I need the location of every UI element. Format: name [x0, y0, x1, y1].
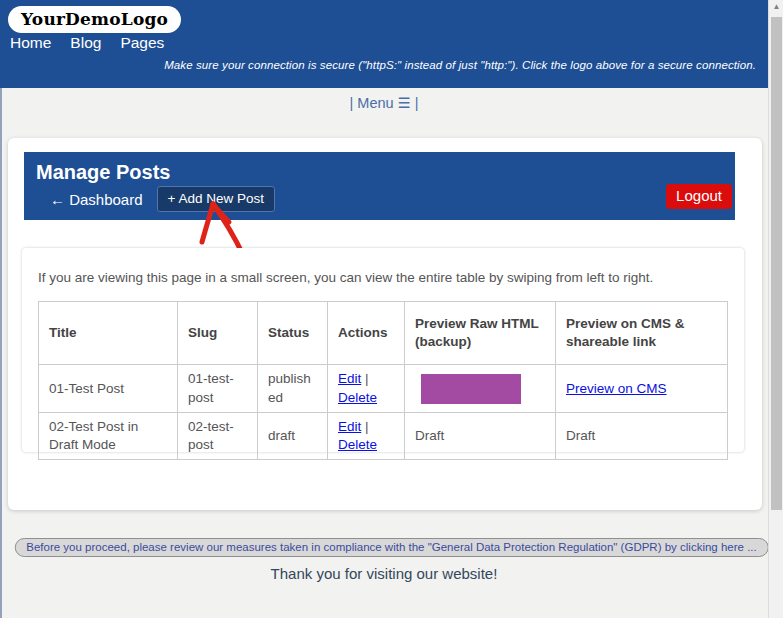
- preview-on-cms-link[interactable]: Preview on CMS: [566, 381, 667, 396]
- preview-cms-cell: Draft: [556, 412, 728, 459]
- posts-table: Title Slug Status Actions Preview Raw HT…: [38, 301, 728, 460]
- secure-connection-notice: Make sure your connection is secure ("ht…: [164, 59, 756, 71]
- site-header: YourDemoLogo Home Blog Pages Make sure y…: [0, 0, 768, 88]
- actions-separator: |: [365, 371, 369, 386]
- post-actions: Edit | Delete: [328, 365, 405, 412]
- col-header-status: Status: [258, 302, 328, 365]
- content-card: Manage Posts ← Dashboard + Add New Post …: [8, 138, 762, 510]
- site-logo[interactable]: YourDemoLogo: [8, 6, 181, 33]
- scroll-up-arrow-icon[interactable]: ▲: [769, 2, 783, 11]
- edit-link[interactable]: Edit: [338, 371, 361, 386]
- col-header-actions: Actions: [328, 302, 405, 365]
- nav-item-home[interactable]: Home: [10, 34, 51, 52]
- col-header-title: Title: [39, 302, 178, 365]
- table-row: 02-Test Post in Draft Mode 02-test-post …: [39, 412, 728, 459]
- delete-link[interactable]: Delete: [338, 437, 377, 452]
- post-title: 01-Test Post: [39, 365, 178, 412]
- window-edge: [0, 88, 2, 618]
- col-header-slug: Slug: [178, 302, 258, 365]
- page-title: Manage Posts: [36, 161, 735, 184]
- main-nav: Home Blog Pages: [10, 34, 164, 52]
- logout-button[interactable]: Logout: [666, 184, 732, 209]
- raw-html-preview-swatch[interactable]: [421, 374, 521, 404]
- swipe-hint-text: If you are viewing this page in a small …: [38, 270, 728, 285]
- nav-item-blog[interactable]: Blog: [70, 34, 101, 52]
- table-header-row: Title Slug Status Actions Preview Raw HT…: [39, 302, 728, 365]
- col-header-preview-raw: Preview Raw HTML (backup): [405, 302, 556, 365]
- actions-separator: |: [365, 419, 369, 434]
- posts-table-card: If you are viewing this page in a small …: [22, 248, 744, 452]
- scrollbar[interactable]: ▲: [768, 0, 783, 618]
- preview-cms-cell: Preview on CMS: [556, 365, 728, 412]
- post-title: 02-Test Post in Draft Mode: [39, 412, 178, 459]
- post-slug: 02-test-post: [178, 412, 258, 459]
- table-row: 01-Test Post 01-test-post published Edit…: [39, 365, 728, 412]
- menu-toggle[interactable]: | Menu ☰ |: [0, 88, 768, 118]
- post-status: published: [258, 365, 328, 412]
- post-slug: 01-test-post: [178, 365, 258, 412]
- dashboard-back-link[interactable]: ← Dashboard: [50, 191, 143, 208]
- manage-posts-panel: Manage Posts ← Dashboard + Add New Post …: [24, 152, 735, 220]
- col-header-preview-cms: Preview on CMS & shareable link: [556, 302, 728, 365]
- post-actions: Edit | Delete: [328, 412, 405, 459]
- site-logo-text: YourDemoLogo: [21, 9, 168, 29]
- preview-raw-cell: [405, 365, 556, 412]
- add-new-post-button[interactable]: + Add New Post: [157, 186, 275, 212]
- delete-link[interactable]: Delete: [338, 390, 377, 405]
- scrollbar-thumb[interactable]: [771, 17, 782, 510]
- gdpr-notice-link[interactable]: Before you proceed, please review our me…: [14, 538, 768, 557]
- nav-item-pages[interactable]: Pages: [120, 34, 164, 52]
- footer-thanks-text: Thank you for visiting our website!: [0, 565, 768, 582]
- page: YourDemoLogo Home Blog Pages Make sure y…: [0, 0, 783, 618]
- post-status: draft: [258, 412, 328, 459]
- preview-raw-cell: Draft: [405, 412, 556, 459]
- edit-link[interactable]: Edit: [338, 419, 361, 434]
